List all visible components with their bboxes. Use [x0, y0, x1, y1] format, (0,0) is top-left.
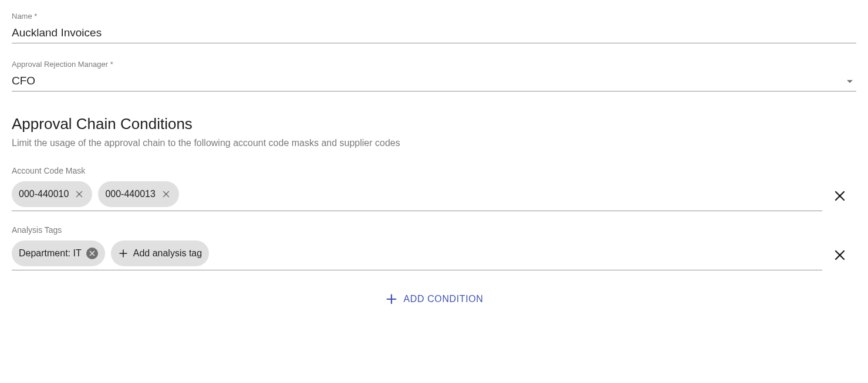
name-label: Name * — [12, 12, 856, 21]
close-icon — [833, 248, 847, 262]
chip-label: 000-440010 — [19, 189, 69, 199]
account-code-mask-chips[interactable]: 000-440010 000-440013 — [12, 181, 822, 207]
close-icon[interactable] — [86, 248, 98, 259]
analysis-tags-row: Analysis Tags Department: IT Add analysi… — [12, 225, 856, 270]
analysis-tag-value: IT — [73, 248, 82, 258]
close-icon — [833, 189, 847, 203]
approval-rejection-manager-field: Approval Rejection Manager * CFO — [12, 60, 856, 91]
account-code-mask-chip[interactable]: 000-440013 — [98, 181, 178, 207]
account-code-mask-inner: Account Code Mask 000-440010 000-440013 — [12, 166, 822, 211]
plus-icon — [385, 293, 398, 306]
analysis-tags-clear — [832, 247, 848, 270]
analysis-tags-inner: Analysis Tags Department: IT Add analysi… — [12, 225, 822, 270]
conditions-section-description: Limit the usage of the approval chain to… — [12, 138, 856, 148]
add-condition-label: ADD CONDITION — [404, 294, 484, 304]
approval-rejection-manager-select[interactable]: CFO — [12, 72, 856, 91]
approval-rejection-manager-value: CFO — [12, 72, 856, 91]
name-input[interactable] — [12, 24, 856, 43]
clear-row-button[interactable] — [832, 188, 848, 204]
approval-rejection-manager-label: Approval Rejection Manager * — [12, 60, 856, 69]
close-icon[interactable] — [73, 188, 85, 200]
analysis-tags-label: Analysis Tags — [12, 225, 822, 235]
clear-row-button[interactable] — [832, 247, 848, 263]
analysis-tag-key: Department: — [19, 248, 70, 258]
chip-label: 000-440013 — [105, 189, 155, 199]
account-code-mask-chip[interactable]: 000-440010 — [12, 181, 92, 207]
account-code-mask-row: Account Code Mask 000-440010 000-440013 — [12, 166, 856, 211]
add-analysis-tag-button[interactable]: Add analysis tag — [111, 240, 209, 266]
add-condition-button[interactable]: ADD CONDITION — [378, 288, 491, 310]
account-code-mask-clear — [832, 188, 848, 211]
name-field: Name * — [12, 12, 856, 43]
analysis-tags-chips: Department: IT Add analysis tag — [12, 240, 822, 266]
close-icon[interactable] — [160, 188, 172, 200]
chevron-down-icon — [847, 80, 853, 83]
analysis-tag-chip[interactable]: Department: IT — [12, 240, 105, 266]
account-code-mask-label: Account Code Mask — [12, 166, 822, 175]
add-analysis-tag-label: Add analysis tag — [133, 248, 202, 259]
add-condition-row: ADD CONDITION — [12, 288, 856, 310]
conditions-section-title: Approval Chain Conditions — [12, 115, 856, 133]
plus-icon — [118, 248, 129, 259]
